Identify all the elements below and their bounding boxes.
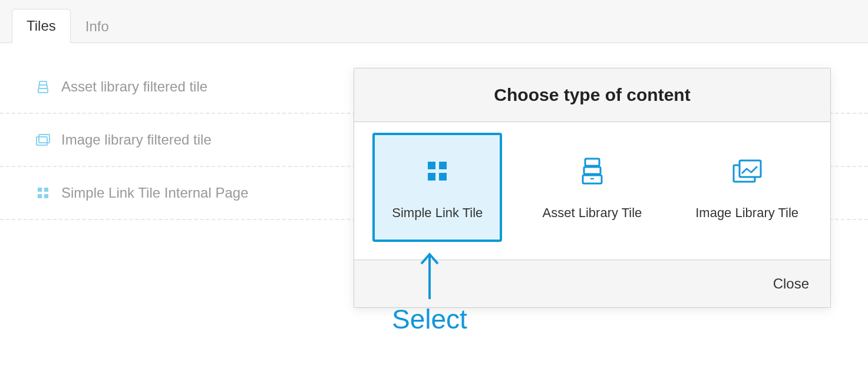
svg-rect-16 — [585, 159, 599, 166]
svg-rect-2 — [39, 81, 47, 85]
svg-rect-3 — [37, 137, 47, 145]
svg-rect-5 — [38, 188, 42, 192]
tab-bar: Tiles Info — [0, 0, 868, 42]
option-image-library-tile[interactable]: Image Library Tile — [682, 133, 812, 242]
svg-rect-15 — [584, 167, 600, 174]
choose-content-modal: Choose type of content Simple Link Tile — [354, 68, 831, 308]
image-library-icon — [731, 155, 763, 188]
option-label: Asset Library Tile — [543, 205, 642, 221]
svg-rect-10 — [439, 162, 447, 169]
list-item-label: Image library filtered tile — [61, 132, 212, 148]
svg-rect-7 — [38, 194, 42, 198]
tab-info[interactable]: Info — [71, 9, 124, 43]
image-library-icon — [35, 132, 51, 147]
asset-library-icon — [35, 79, 51, 94]
svg-rect-12 — [439, 173, 447, 181]
grid-icon — [35, 185, 51, 201]
tab-tiles-label: Tiles — [27, 18, 56, 34]
svg-rect-11 — [428, 173, 435, 181]
modal-title: Choose type of content — [354, 68, 830, 122]
svg-rect-4 — [39, 135, 49, 143]
svg-rect-9 — [428, 162, 435, 169]
close-button-label: Close — [773, 276, 809, 291]
svg-rect-18 — [740, 160, 761, 177]
list-item-label: Asset library filtered tile — [61, 78, 207, 95]
list-item-label: Simple Link Tile Internal Page — [61, 185, 249, 201]
asset-library-icon — [579, 155, 605, 188]
tab-info-label: Info — [85, 18, 109, 34]
svg-rect-6 — [44, 188, 48, 192]
svg-rect-8 — [44, 194, 48, 198]
option-simple-link-tile[interactable]: Simple Link Tile — [372, 133, 502, 242]
modal-options: Simple Link Tile Asset Library Tile — [354, 122, 830, 260]
option-label: Simple Link Tile — [392, 205, 483, 221]
modal-footer: Close — [354, 260, 830, 307]
option-label: Image Library Tile — [695, 205, 798, 221]
tab-tiles[interactable]: Tiles — [12, 9, 71, 43]
svg-rect-0 — [38, 88, 48, 93]
close-button[interactable]: Close — [773, 276, 809, 292]
grid-icon — [424, 155, 450, 188]
option-asset-library-tile[interactable]: Asset Library Tile — [527, 133, 657, 242]
annotation-label: Select — [392, 303, 467, 335]
